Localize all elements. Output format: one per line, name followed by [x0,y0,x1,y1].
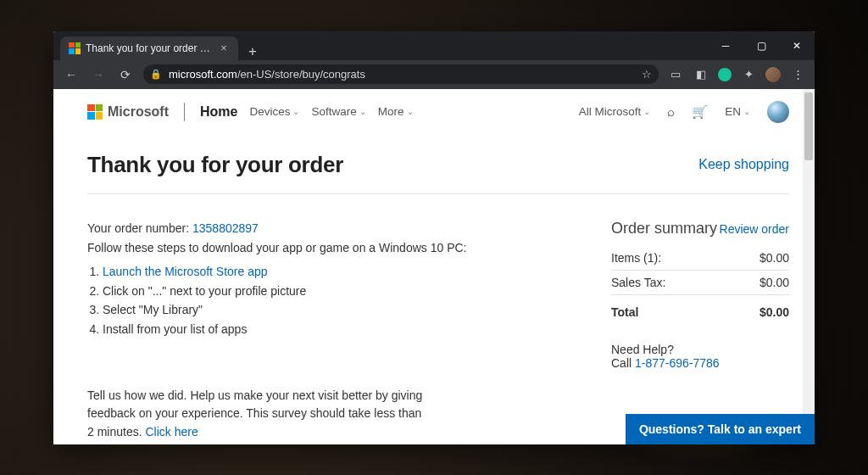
language-selector[interactable]: EN⌄ [725,105,750,118]
help-block: Need Help? Call 1-877-696-7786 [611,343,789,370]
star-icon[interactable]: ☆ [642,68,652,81]
step-item: Launch the Microsoft Store app [103,263,560,282]
menu-icon[interactable]: ⋮ [789,68,806,81]
lock-icon: 🔒 [150,69,162,80]
feedback-text: Tell us how we did. Help us make your ne… [87,387,426,442]
minimize-button[interactable]: ─ [708,31,743,60]
order-summary: Order summary Review order Items (1): $0… [611,220,789,442]
chevron-down-icon: ⌄ [643,107,650,116]
nav-more[interactable]: More⌄ [378,105,414,118]
close-tab-icon[interactable]: × [218,42,230,54]
items-value: $0.00 [760,251,789,265]
nav-all-microsoft[interactable]: All Microsoft⌄ [579,105,651,118]
ms-logo-icon [87,104,103,120]
items-label: Items (1): [611,251,661,265]
follow-steps-text: Follow these steps to download your app … [87,239,560,258]
chevron-down-icon: ⌄ [743,107,750,116]
page-content: Microsoft Home Devices⌄ Software⌄ More⌄ … [53,89,815,444]
steps-list: Launch the Microsoft Store app Click on … [103,263,560,339]
nav-devices[interactable]: Devices⌄ [249,105,299,118]
tab-title: Thank you for your order - Micro [86,42,213,54]
microsoft-logo[interactable]: Microsoft [87,104,169,120]
new-tab-button[interactable]: + [238,43,267,60]
titlebar: Thank you for your order - Micro × + ─ ▢… [53,31,815,60]
close-window-button[interactable]: ✕ [779,31,815,60]
phone-link[interactable]: 1-877-696-7786 [635,356,720,370]
profile-avatar-icon[interactable] [765,67,781,82]
step-item: Select "My Library" [103,301,560,320]
tax-label: Sales Tax: [611,276,665,289]
browser-tab[interactable]: Thank you for your order - Micro × [60,36,238,60]
address-bar: ← → ⟳ 🔒 microsoft.com/en-US/store/buy/co… [53,60,815,89]
order-number-link[interactable]: 1358802897 [192,221,259,235]
browser-window: Thank you for your order - Micro × + ─ ▢… [53,31,815,444]
extensions-puzzle-icon[interactable]: ✦ [740,68,757,81]
feedback-link[interactable]: Click here [145,425,198,439]
grammarly-icon[interactable] [718,68,732,81]
page-title: Thank you for your order [87,152,343,178]
cart-icon[interactable]: 🛒 [692,104,708,120]
scrollbar[interactable] [803,89,815,444]
nav-home[interactable]: Home [200,104,237,120]
chevron-down-icon: ⌄ [359,107,366,116]
order-number-line: Your order number: 1358802897 [87,220,560,238]
forward-button[interactable]: → [89,68,108,81]
site-nav: Microsoft Home Devices⌄ Software⌄ More⌄ … [87,89,789,135]
reload-button[interactable]: ⟳ [116,68,135,81]
summary-heading: Order summary [611,220,717,238]
total-value: $0.00 [760,305,789,319]
maximize-button[interactable]: ▢ [743,31,779,60]
review-order-link[interactable]: Review order [720,222,789,236]
step-item: Click on "..." next to your profile pict… [103,282,560,301]
ms-favicon-icon [69,42,81,54]
launch-store-link[interactable]: Launch the Microsoft Store app [103,265,268,278]
total-label: Total [611,305,638,319]
user-avatar[interactable] [767,101,789,123]
tax-value: $0.00 [760,276,789,289]
url-input[interactable]: 🔒 microsoft.com/en-US/store/buy/congrats… [143,64,659,84]
chat-expert-button[interactable]: Questions? Talk to an expert [626,414,815,444]
extension-icon[interactable]: ◧ [693,68,709,81]
nav-software[interactable]: Software⌄ [311,105,365,118]
chevron-down-icon: ⌄ [292,107,299,116]
chevron-down-icon: ⌄ [407,107,414,116]
back-button[interactable]: ← [62,68,81,81]
extension-icon[interactable]: ▭ [667,68,684,81]
step-item: Install from your list of apps [103,321,560,339]
keep-shopping-link[interactable]: Keep shopping [698,157,789,172]
search-icon[interactable]: ⌕ [667,104,675,119]
